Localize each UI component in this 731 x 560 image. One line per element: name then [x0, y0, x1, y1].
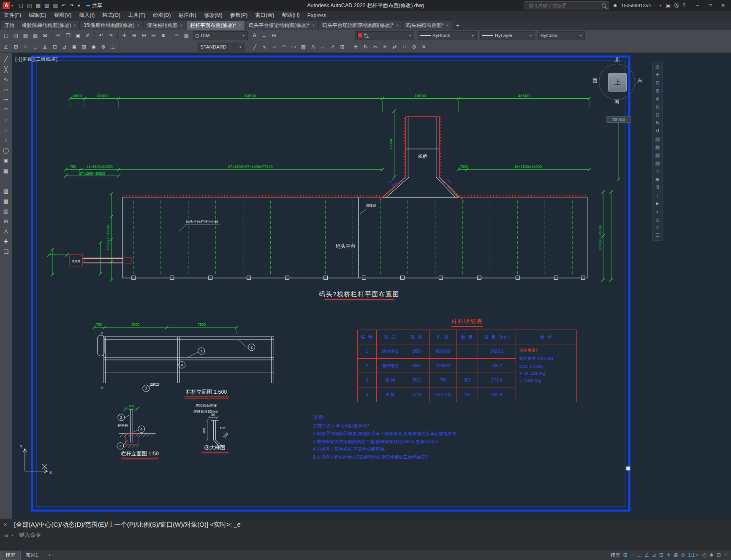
- camera-icon[interactable]: ◉: [655, 175, 660, 183]
- object-snap-icon[interactable]: ⊡: [50, 43, 59, 51]
- dim-style-icon[interactable]: ↔: [260, 31, 269, 40]
- customization-menu-icon[interactable]: ≡: [724, 552, 727, 558]
- ortho-mode-icon[interactable]: ∟: [31, 43, 40, 51]
- menu-express[interactable]: Express: [304, 13, 330, 19]
- circle-icon[interactable]: ○: [270, 43, 279, 51]
- viewport-controls[interactable]: [-][俯视][二维线框]: [15, 56, 58, 62]
- create-block-icon[interactable]: ▦: [1, 166, 11, 175]
- free-orbit-icon[interactable]: ↺: [655, 127, 659, 135]
- zoom-in-icon[interactable]: ⊕: [655, 95, 659, 103]
- text-icon[interactable]: A: [309, 43, 318, 51]
- move-icon[interactable]: ✛: [351, 43, 360, 51]
- polygon-icon[interactable]: ▱: [1, 85, 11, 94]
- group-icon[interactable]: ❏: [1, 247, 11, 256]
- account-name[interactable]: 15059991354...: [621, 3, 655, 8]
- rectangle-icon[interactable]: ▭: [1, 95, 11, 104]
- redo-icon[interactable]: ↷: [70, 3, 74, 8]
- model-tab[interactable]: 模型: [0, 551, 21, 560]
- tab-close-icon[interactable]: ×: [137, 23, 140, 28]
- iso-view-icon[interactable]: ◇: [656, 167, 659, 175]
- new-tab-button[interactable]: +: [453, 21, 463, 30]
- menu-file[interactable]: 文件(F): [0, 12, 25, 19]
- object-snap-tracking-icon[interactable]: ⊿: [60, 43, 69, 51]
- lineweight-display-icon[interactable]: ≣: [70, 43, 79, 51]
- menu-view[interactable]: 视图(V): [50, 12, 76, 19]
- arc-icon[interactable]: ◠: [280, 43, 288, 51]
- plotstyle-combo[interactable]: ByColor ▾: [538, 31, 585, 40]
- maximize-button[interactable]: □: [704, 0, 717, 11]
- arc-icon[interactable]: ◠: [1, 105, 11, 114]
- plot-icon[interactable]: ▥: [53, 3, 57, 8]
- account-icon[interactable]: ☻: [612, 3, 618, 8]
- menu-help[interactable]: 帮助(H): [278, 12, 303, 19]
- match-properties-icon[interactable]: ✐: [83, 31, 92, 40]
- front-view-icon[interactable]: ▥: [655, 143, 660, 151]
- annotation-scale[interactable]: 1:1 ▾: [688, 552, 699, 557]
- text-style-combo[interactable]: STANDARD ▾: [198, 43, 245, 51]
- leader-icon[interactable]: ↗: [328, 43, 337, 51]
- open-icon[interactable]: ▤: [11, 31, 20, 40]
- paste-icon[interactable]: ▣: [73, 31, 82, 40]
- hatch-icon[interactable]: ▨: [1, 186, 11, 195]
- visual-styles-icon[interactable]: ▽: [656, 223, 659, 231]
- command-recent-dropdown-icon[interactable]: ▾: [11, 533, 13, 537]
- menu-insert[interactable]: 插入(I): [75, 12, 98, 19]
- polyline-icon[interactable]: ∿: [1, 75, 11, 84]
- multiline-text-icon[interactable]: A: [1, 227, 11, 236]
- grid-display-icon[interactable]: ⊞: [623, 552, 628, 558]
- tab-drawing-1[interactable]: 橡胶舷梯结构图(修改)×: [19, 21, 80, 30]
- qat-customize-icon[interactable]: ▾: [78, 3, 80, 8]
- clean-screen-icon[interactable]: ⊡: [717, 552, 721, 558]
- close-button[interactable]: ✕: [717, 0, 729, 11]
- properties-palette-icon[interactable]: ≡: [159, 31, 168, 40]
- spline-icon[interactable]: ≀: [1, 135, 11, 145]
- hatch-icon[interactable]: ▨: [299, 43, 308, 51]
- menu-window[interactable]: 窗口(W): [251, 12, 278, 19]
- minimize-button[interactable]: –: [691, 0, 704, 11]
- menu-modify[interactable]: 修改(M): [200, 12, 226, 19]
- table-style-icon[interactable]: ⊞: [269, 31, 278, 40]
- hardware-acceleration-icon[interactable]: ✱: [709, 552, 714, 558]
- snap-mode-icon[interactable]: ∷: [630, 552, 634, 558]
- grid-display-icon[interactable]: ∷: [21, 43, 30, 51]
- polar-tracking-icon[interactable]: ∠: [644, 552, 649, 558]
- pan-icon[interactable]: ✛: [120, 31, 129, 40]
- menu-tools[interactable]: 工具(T): [124, 12, 149, 19]
- layout1-tab[interactable]: 布局1: [21, 551, 43, 559]
- line-icon[interactable]: ╱: [250, 43, 259, 51]
- zoom-out-icon[interactable]: ⊖: [655, 103, 659, 111]
- viewcube[interactable]: 北 南 西 东 上: [596, 58, 638, 108]
- search-input[interactable]: [524, 1, 609, 10]
- tab-close-icon[interactable]: ×: [73, 23, 76, 28]
- tab-close-icon[interactable]: ×: [446, 23, 448, 28]
- orbit-icon[interactable]: ↻: [655, 119, 659, 127]
- account-dropdown-icon[interactable]: ▾: [660, 4, 661, 8]
- dynamic-input-icon[interactable]: ⊕: [681, 552, 685, 558]
- dimension-icon[interactable]: ↔: [318, 43, 327, 51]
- mirror-icon[interactable]: ⇄: [390, 43, 399, 51]
- show-motion-icon[interactable]: ►: [655, 199, 660, 207]
- help-icon[interactable]: ?: [682, 3, 685, 8]
- save-icon[interactable]: ▦: [21, 31, 30, 40]
- autodesk-app-icon[interactable]: Ⓐ: [674, 2, 679, 9]
- pan-icon[interactable]: ✛: [655, 71, 659, 79]
- menu-edit[interactable]: 编辑(E): [25, 12, 50, 19]
- tab-close-icon[interactable]: ×: [312, 23, 315, 28]
- viewcube-top-face[interactable]: 上: [608, 73, 627, 92]
- line-icon[interactable]: ╱: [1, 54, 11, 64]
- search-icon[interactable]: [602, 3, 606, 8]
- command-prompt[interactable]: 键入命令: [19, 531, 41, 539]
- construction-line-icon[interactable]: ╳: [1, 65, 11, 74]
- command-input-row[interactable]: ⊞ ▾ 键入命令: [0, 530, 731, 540]
- save-as-icon[interactable]: ▧: [44, 3, 49, 8]
- open-icon[interactable]: ▤: [27, 3, 32, 8]
- navigation-wheel-icon[interactable]: ◎: [655, 63, 660, 71]
- new-layout-button[interactable]: +: [43, 552, 56, 558]
- color-combo[interactable]: 红 ▾: [355, 31, 414, 40]
- add-selected-icon[interactable]: ✚: [1, 237, 11, 246]
- menu-format[interactable]: 格式(O): [98, 12, 124, 19]
- infer-constraints-icon[interactable]: ∠: [2, 43, 11, 51]
- offset-icon[interactable]: ≋: [380, 43, 389, 51]
- insert-block-icon[interactable]: ▣: [1, 156, 11, 165]
- zoom-window-icon[interactable]: ⊞: [139, 31, 148, 40]
